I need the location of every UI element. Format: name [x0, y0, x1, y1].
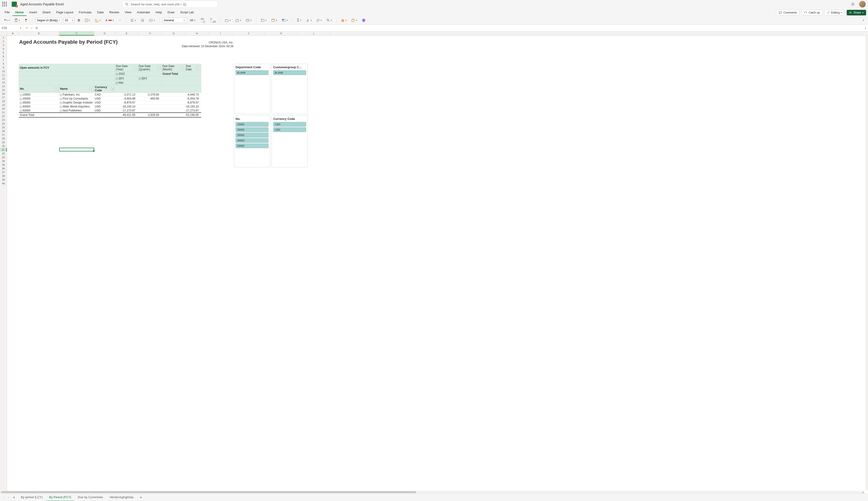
- row-header[interactable]: 20: [0, 107, 7, 110]
- row-header[interactable]: 29: [0, 140, 7, 144]
- editing-mode-button[interactable]: Editing ▾: [824, 10, 845, 15]
- autosum-button[interactable]: Σ▾: [295, 17, 303, 23]
- prev-sheet-button[interactable]: ‹: [2, 495, 6, 500]
- increase-decimal-button[interactable]: .0→.00: [208, 17, 217, 24]
- clear-button[interactable]: ▾: [304, 18, 313, 23]
- collapse-icon[interactable]: −: [60, 110, 62, 112]
- column-header[interactable]: D: [94, 31, 115, 35]
- catch-up-button[interactable]: Catch up: [801, 10, 823, 15]
- pivot-data-row[interactable]: −30000−Graphic Design InstituteUSD-6,979…: [19, 101, 201, 105]
- add-sheet-button[interactable]: +: [137, 494, 144, 501]
- row-header[interactable]: 3: [0, 43, 7, 47]
- pivot-data-row[interactable]: −10000−Fabrikam, Inc.CAD-2,071.13-2,375.…: [19, 93, 201, 97]
- app-launcher-icon[interactable]: [2, 2, 7, 7]
- row-header[interactable]: 9: [0, 66, 7, 70]
- collapse-icon[interactable]: −: [20, 106, 22, 108]
- slicer-item[interactable]: 40000: [236, 138, 269, 143]
- search-input[interactable]: Search for tools, help, and more (Alt + …: [122, 1, 218, 8]
- row-header[interactable]: 31: [0, 148, 7, 152]
- row-header[interactable]: 30: [0, 144, 7, 148]
- table-format-button[interactable]: ▾: [270, 18, 279, 23]
- slicer-item[interactable]: 50000: [236, 143, 269, 148]
- row-header[interactable]: 10: [0, 70, 7, 73]
- menu-tab-draw[interactable]: Draw: [165, 9, 177, 16]
- expand-icon[interactable]: +: [116, 82, 118, 84]
- column-header[interactable]: A: [7, 31, 19, 35]
- collapse-icon[interactable]: −: [116, 73, 118, 75]
- row-header[interactable]: 6: [0, 54, 7, 58]
- vertical-scrollbar[interactable]: [865, 36, 868, 490]
- row-header[interactable]: 38: [0, 174, 7, 178]
- user-avatar[interactable]: [859, 1, 866, 8]
- slicer-item[interactable]: 10000: [236, 122, 269, 127]
- menu-tab-review[interactable]: Review: [106, 9, 122, 16]
- find-button[interactable]: ▾: [325, 18, 334, 23]
- row-header[interactable]: 32: [0, 152, 7, 156]
- number-format-select[interactable]: ▾: [162, 18, 187, 23]
- column-header[interactable]: E: [115, 31, 138, 35]
- pivot-data-row[interactable]: −40000−Wide World ImportersUSD-18,193.10…: [19, 105, 201, 109]
- slicer-item[interactable]: USD: [273, 127, 306, 132]
- font-name-select[interactable]: ▾: [35, 18, 62, 23]
- filter-dropdown[interactable]: ▾: [111, 87, 114, 90]
- format-painter-button[interactable]: [23, 18, 30, 23]
- conditional-format-button[interactable]: ▾: [259, 18, 268, 23]
- row-header[interactable]: 26: [0, 129, 7, 133]
- cell-styles-button[interactable]: ▾: [280, 18, 289, 23]
- row-header[interactable]: 8: [0, 62, 7, 66]
- collapse-icon[interactable]: −: [20, 98, 22, 100]
- filter-dropdown[interactable]: ▾: [197, 66, 200, 70]
- align-button[interactable]: ▾: [129, 18, 137, 23]
- collapse-icon[interactable]: −: [116, 77, 118, 80]
- sheet-tab[interactable]: By Period (FCY): [46, 493, 75, 501]
- more-font-button[interactable]: ⋯: [117, 18, 123, 23]
- format-cells-button[interactable]: ▾: [244, 18, 253, 23]
- pivot-table[interactable]: Open amounts in FCY Due Date (Year)▾ Due…: [19, 64, 201, 118]
- row-header[interactable]: 18: [0, 99, 7, 103]
- column-header[interactable]: H: [186, 31, 209, 35]
- menu-tab-share[interactable]: Share: [40, 9, 54, 16]
- column-header[interactable]: I: [209, 31, 232, 35]
- undo-button[interactable]: ▾: [2, 18, 11, 23]
- slicer-item[interactable]: BLANK: [236, 70, 269, 75]
- delete-cells-button[interactable]: ▾: [234, 18, 243, 23]
- menu-tab-insert[interactable]: Insert: [27, 9, 40, 16]
- collapse-icon[interactable]: −: [20, 94, 22, 96]
- filter-dropdown[interactable]: ▾: [158, 66, 160, 70]
- filter-dropdown[interactable]: ▾: [181, 66, 184, 70]
- column-header[interactable]: B: [19, 31, 59, 35]
- horizontal-scrollbar[interactable]: ▸: [0, 491, 865, 493]
- wrap-text-button[interactable]: [139, 18, 146, 23]
- slicer[interactable]: No.1000020000300004000050000: [234, 115, 270, 167]
- borders-button[interactable]: ▾: [83, 18, 92, 23]
- expand-icon[interactable]: +: [139, 77, 141, 80]
- column-header[interactable]: K: [265, 31, 298, 35]
- slicer[interactable]: Customergroup C...BLANK: [272, 64, 308, 114]
- menu-tab-help[interactable]: Help: [153, 9, 165, 16]
- row-header[interactable]: 1: [0, 36, 7, 40]
- collapse-icon[interactable]: −: [60, 98, 62, 100]
- row-header[interactable]: 40: [0, 182, 7, 185]
- row-header[interactable]: 23: [0, 118, 7, 122]
- row-header[interactable]: 16: [0, 92, 7, 96]
- spreadsheet-grid[interactable]: ABCDEFGHIJKL 123456789101112131415161718…: [0, 31, 868, 493]
- row-header[interactable]: 25: [0, 126, 7, 129]
- collapse-icon[interactable]: −: [20, 102, 22, 104]
- menu-tab-home[interactable]: Home: [12, 9, 27, 16]
- row-header[interactable]: 19: [0, 103, 7, 107]
- row-header[interactable]: 12: [0, 77, 7, 81]
- slicer[interactable]: Department CodeBLANK: [234, 64, 270, 114]
- row-header[interactable]: 22: [0, 114, 7, 118]
- comments-button[interactable]: Comments: [776, 10, 799, 15]
- slicer-item[interactable]: 30000: [236, 133, 269, 137]
- collapse-icon[interactable]: −: [60, 106, 62, 108]
- fx-icon[interactable]: fx: [35, 26, 38, 30]
- slicer[interactable]: Currency CodeCADUSD: [272, 115, 308, 167]
- column-header[interactable]: J: [232, 31, 265, 35]
- slicer-item[interactable]: BLANK: [273, 70, 306, 75]
- merge-button[interactable]: ▾: [147, 18, 156, 23]
- sensitivity-button[interactable]: ▾: [339, 18, 348, 23]
- ribbon-expand-button[interactable]: ▾: [861, 18, 866, 22]
- row-header[interactable]: 28: [0, 137, 7, 140]
- row-header[interactable]: 24: [0, 122, 7, 126]
